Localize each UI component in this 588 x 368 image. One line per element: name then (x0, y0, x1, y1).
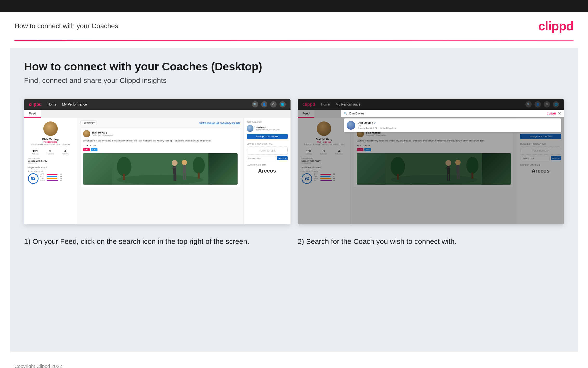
svg-point-11 (117, 157, 132, 176)
app-screen-1: clippd Home My Performance 🔍 👤 ⚙ 🌐 Feed (24, 99, 290, 224)
svg-rect-12 (123, 174, 125, 180)
stat-num-activities: 131 (32, 149, 39, 153)
latest-activity-label: Latest Activity (28, 157, 73, 159)
result-role: Pro (358, 125, 396, 127)
bar-ott: OTT 90 (40, 173, 61, 175)
svg-rect-6 (175, 174, 176, 181)
avatar-icon[interactable]: 🌐 (280, 101, 286, 108)
stat-label-activities: Activities (32, 153, 39, 155)
control-link[interactable]: Control who can see your activity and da… (199, 122, 240, 124)
upload-title: Upload a Trackman Test (247, 142, 288, 145)
main-subtitle: Find, connect and share your Clippd insi… (24, 76, 564, 85)
search-result-item[interactable]: Dan Davies ✓ Pro Sunningdale Golf Club, … (344, 118, 561, 132)
stat-num-following: 4 (62, 149, 69, 153)
profile-club: Royal North Devon Golf Club, United King… (28, 143, 73, 145)
manage-coaches-button[interactable]: Manage Your Coaches (247, 134, 288, 139)
steps-row: 1) On your Feed, click on the search ico… (24, 236, 564, 247)
svg-point-7 (182, 160, 187, 165)
svg-point-13 (193, 157, 205, 174)
settings-icon[interactable]: ⚙ (270, 101, 277, 108)
coach-name: David Ford (255, 126, 280, 129)
arccos-logo: Arccos (247, 168, 288, 174)
perf-bars: OTT 90 APP 85 (40, 173, 61, 182)
middle-panel-1: Following ▾ Control who can see your act… (77, 118, 244, 224)
feed-tab[interactable]: Feed (24, 110, 41, 118)
stat-following: 4 Following (62, 149, 69, 155)
footer: Copyright Clippd 2022 (0, 359, 588, 368)
svg-rect-5 (174, 174, 175, 181)
bar-arg: ARG 86 (40, 178, 61, 179)
search-input-value[interactable]: Dan Davies (350, 112, 545, 115)
post-image (83, 153, 237, 184)
post-name: Blair McHarg (92, 131, 113, 134)
step-1-desc: 1) On your Feed, click on the search ico… (24, 236, 290, 247)
stat-activities: 131 Activities (32, 149, 39, 155)
app-body-1: Blair McHarg Plus Handicap Royal North D… (24, 118, 290, 224)
clear-button[interactable]: CLEAR (547, 112, 556, 115)
profile-handicap: Plus Handicap (28, 141, 73, 143)
tag-ott: OTT (83, 148, 90, 151)
step-1-text: On your Feed, click on the search icon i… (33, 237, 249, 245)
step-1-number: 1) (24, 237, 31, 245)
connect-title: Connect your data (247, 164, 288, 166)
step-2-desc: 2) Search for the Coach you wish to conn… (298, 236, 564, 247)
step-2-number: 2) (298, 237, 304, 245)
coach-avatar (247, 125, 254, 132)
bar-app: APP 85 (40, 175, 61, 177)
result-avatar (347, 121, 355, 130)
clippd-logo: clippd (538, 19, 574, 33)
trackman-placeholder: Trackman Link (247, 147, 288, 155)
upload-section: Upload a Trackman Test Trackman Link Add… (247, 142, 288, 160)
nav-icons: 🔍 👤 ⚙ 🌐 (252, 101, 286, 108)
left-panel-1: Blair McHarg Plus Handicap Royal North D… (24, 118, 77, 224)
main-content: How to connect with your Coaches (Deskto… (10, 48, 578, 352)
screenshot-2: clippd Home My Performance 🔍 👤 ⚙ 🌐 Feed (298, 99, 564, 224)
post-header: Blair McHarg Yesterday · Sunningdale (83, 130, 237, 137)
stat-label-following: Following (62, 153, 69, 155)
right-panel-1: Your Coaches David Ford Royal North Devo… (244, 118, 290, 224)
following-button[interactable]: Following ▾ (80, 120, 97, 125)
result-name: Dan Davies (358, 121, 373, 125)
perf-title: Player Performance (28, 166, 73, 169)
svg-rect-10 (185, 173, 186, 180)
search-bar: 🔍 Dan Davies CLEAR ✕ (341, 110, 564, 117)
search-icon[interactable]: 🔍 (252, 101, 258, 108)
user-icon[interactable]: 👤 (261, 101, 267, 108)
profile-name: Blair McHarg (28, 138, 73, 141)
coaches-title: Your Coaches (247, 120, 288, 123)
add-link-row: Add Link (247, 156, 288, 160)
step-2-text: Search for the Coach you wish to connect… (306, 237, 456, 245)
score-circle: 92 (28, 173, 38, 184)
following-header: Following ▾ Control who can see your act… (80, 120, 240, 125)
top-bar (0, 0, 588, 12)
avatar (43, 121, 58, 136)
stats-row: 131 Activities 3 Followers 4 Following (28, 149, 73, 155)
profile-section: Blair McHarg Plus Handicap Royal North D… (28, 121, 73, 145)
screenshot-1: clippd Home My Performance 🔍 👤 ⚙ 🌐 Feed (24, 99, 290, 224)
result-club: Sunningdale Golf Club, United Kingdom (358, 127, 396, 129)
nav-my-performance: My Performance (62, 102, 87, 106)
verified-icon: ✓ (374, 122, 376, 124)
post-card: Blair McHarg Yesterday · Sunningdale Loo… (80, 128, 240, 187)
copyright-text: Copyright Clippd 2022 (14, 364, 62, 368)
post-meta: Yesterday · Sunningdale (92, 134, 113, 136)
stat-followers: 3 Followers (47, 149, 54, 155)
coach-club: Royal North Devon Golf Club (255, 129, 280, 131)
nav-home: Home (47, 102, 56, 106)
search-overlay: 🔍 Dan Davies CLEAR ✕ Dan Davies ✓ Pro (341, 110, 564, 133)
activity-title: Lesson with Fordy (28, 160, 73, 162)
close-search-button[interactable]: ✕ (558, 111, 561, 116)
coach-item: David Ford Royal North Devon Golf Club (247, 125, 288, 132)
svg-rect-8 (183, 165, 186, 173)
app-nav-1: clippd Home My Performance 🔍 👤 ⚙ 🌐 (24, 99, 290, 110)
header: How to connect with your Coaches clippd (0, 12, 588, 40)
post-text: Looking to feel like my hands are exitin… (83, 139, 237, 142)
header-divider (14, 40, 574, 41)
svg-rect-9 (183, 173, 184, 180)
post-avatar (83, 130, 90, 137)
performance-section: Player Performance Total Player Quality … (28, 166, 73, 184)
link-input[interactable] (247, 156, 276, 160)
page-title: How to connect with your Coaches (14, 22, 118, 30)
post-duration: 01 hr : 30 min (83, 144, 237, 147)
add-link-button[interactable]: Add Link (277, 156, 287, 160)
